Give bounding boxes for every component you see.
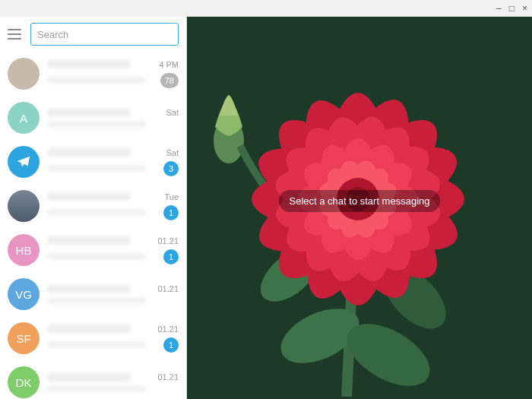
avatar: SF [8,322,40,354]
chat-name [47,285,131,293]
chat-preview [47,165,146,172]
chat-item[interactable]: SF01.211 [0,316,186,360]
sidebar: 4 PM78ASatSat3Tue1HB01.211VG01.21SF01.21… [0,17,187,399]
window-minimize[interactable]: – [496,3,502,14]
chat-date: 01.21 [157,236,179,245]
unread-badge: 1 [163,205,179,220]
chat-item[interactable]: DK01.21 [0,360,186,399]
chat-date: 01.21 [157,284,179,293]
chat-name [47,236,131,245]
chat-date: Sat [166,108,179,117]
menu-icon[interactable] [8,27,23,42]
chat-preview [47,209,146,216]
chat-preview [47,77,146,84]
chat-preview [47,385,146,392]
window-maximize[interactable]: □ [509,3,515,14]
unread-badge: 3 [163,161,179,176]
chat-item[interactable]: VG01.21 [0,272,186,316]
window-close[interactable]: × [522,3,527,14]
chat-preview [47,297,146,304]
search-input[interactable] [30,23,179,46]
chat-name [47,192,131,201]
unread-badge: 1 [163,249,179,264]
avatar: VG [8,278,40,310]
chat-list: 4 PM78ASatSat3Tue1HB01.211VG01.21SF01.21… [0,52,186,399]
unread-badge: 78 [160,73,179,88]
avatar: DK [8,366,40,398]
chat-date: Tue [164,192,179,201]
chat-name [47,148,131,157]
main-panel: Select a chat to start messaging [187,17,532,399]
chat-name [47,373,131,382]
chat-preview [47,253,146,260]
chat-name [47,325,131,333]
empty-state-message: Select a chat to start messaging [279,190,441,212]
chat-date: 4 PM [159,60,179,69]
window-titlebar: – □ × [0,0,532,17]
chat-preview [47,341,146,348]
chat-item[interactable]: HB01.211 [0,228,186,272]
avatar: HB [8,234,40,266]
chat-name [47,60,131,68]
chat-item[interactable]: Tue1 [0,184,186,228]
unread-badge: 1 [163,337,179,353]
avatar: A [8,102,40,134]
chat-date: Sat [166,148,179,157]
chat-date: 01.21 [157,325,179,334]
chat-item[interactable]: ASat [0,96,186,140]
avatar [8,58,40,90]
chat-item[interactable]: Sat3 [0,140,186,184]
chat-name [47,109,131,117]
avatar [8,190,40,222]
chat-preview [47,121,146,128]
chat-date: 01.21 [157,372,179,382]
topbar [0,17,186,52]
avatar [8,146,40,178]
chat-item[interactable]: 4 PM78 [0,52,186,96]
